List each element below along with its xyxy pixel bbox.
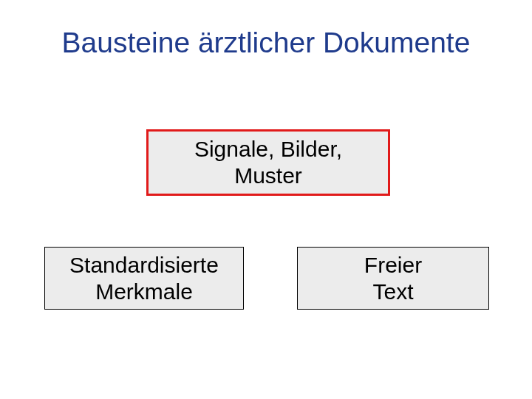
- box-signals-images-patterns: Signale, Bilder, Muster: [146, 129, 390, 196]
- box-top-line1: Signale, Bilder,: [194, 137, 342, 161]
- box-bottom-left-line1: Standardisierte: [69, 253, 219, 277]
- box-top-line2: Muster: [234, 163, 302, 188]
- box-free-text: Freier Text: [297, 247, 489, 310]
- box-bottom-right-line2: Text: [372, 279, 413, 304]
- slide-title: Bausteine ärztlicher Dokumente: [0, 27, 532, 59]
- box-standardized-features: Standardisierte Merkmale: [44, 247, 244, 310]
- box-bottom-left-line2: Merkmale: [95, 279, 193, 304]
- box-bottom-right-line1: Freier: [364, 253, 422, 277]
